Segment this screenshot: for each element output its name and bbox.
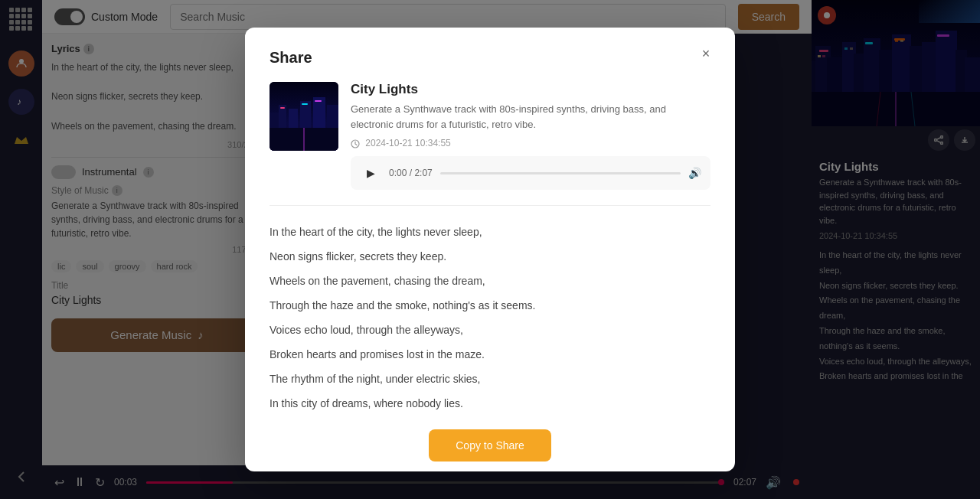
modal-thumb-image	[270, 82, 338, 151]
modal-close-button[interactable]: ×	[695, 43, 717, 64]
share-modal: Share ×	[245, 28, 735, 471]
modal-track-info: City Lights Generate a Synthwave track w…	[270, 82, 710, 206]
clock-icon	[351, 139, 360, 148]
svg-rect-45	[280, 107, 285, 109]
modal-play-button[interactable]: ▶	[360, 162, 381, 184]
modal-overlay[interactable]: Share ×	[0, 0, 980, 499]
modal-volume-icon[interactable]: 🔊	[688, 167, 701, 179]
modal-track-title: City Lights	[351, 82, 710, 97]
modal-track-desc: Generate a Synthwave track with 80s-insp…	[351, 102, 710, 132]
copy-to-share-button[interactable]: Copy to Share	[429, 429, 551, 461]
modal-lyrics: In the heart of the city, the lights nev…	[270, 221, 710, 414]
modal-thumbnail	[270, 82, 338, 151]
modal-title: Share	[270, 49, 710, 67]
svg-rect-47	[315, 100, 322, 102]
modal-track-details: City Lights Generate a Synthwave track w…	[351, 82, 710, 190]
modal-track-date: 2024-10-21 10:34:55	[351, 138, 710, 148]
svg-rect-46	[302, 103, 308, 105]
modal-progress-bar[interactable]	[440, 172, 681, 174]
modal-audio-player: ▶ 0:00 / 2:07 🔊	[351, 156, 710, 190]
modal-current-time: 0:00 / 2:07	[389, 168, 433, 178]
